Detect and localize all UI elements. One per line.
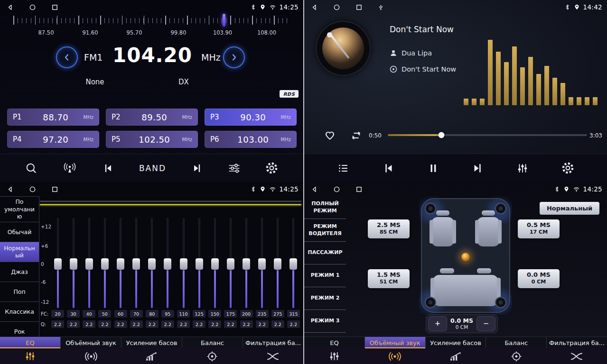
- slider-handle[interactable]: [54, 258, 62, 270]
- slider-handle[interactable]: [164, 258, 171, 270]
- tune-down-button[interactable]: [56, 46, 78, 68]
- audio-settings-button[interactable]: [228, 163, 241, 174]
- nav-back-icon[interactable]: [7, 4, 14, 11]
- tab-surround[interactable]: Объёмный звук: [61, 337, 121, 348]
- frequency-scale[interactable]: [13, 16, 290, 25]
- tab-balance[interactable]: Баланс: [182, 337, 243, 348]
- nav-home-icon[interactable]: [29, 4, 36, 11]
- tab-filter-button[interactable]: [546, 348, 607, 364]
- tab-bass-boost-button[interactable]: [425, 348, 486, 364]
- tab-filter[interactable]: Фильтрация ба...: [547, 337, 607, 348]
- nav-recents-icon[interactable]: [355, 4, 363, 11]
- mode-full[interactable]: ПОЛНЫЙ РЕЖИМ: [304, 196, 346, 219]
- preset-button-p4[interactable]: P4 97.20 MHz: [7, 131, 99, 148]
- slider-handle[interactable]: [258, 258, 266, 270]
- settings-button[interactable]: [561, 162, 574, 174]
- tab-eq[interactable]: EQ: [0, 337, 61, 348]
- tune-up-button[interactable]: [223, 46, 245, 68]
- eq-band-slider[interactable]: [255, 218, 269, 308]
- delay-rear-left[interactable]: 1.5 MS 51 CM: [368, 269, 410, 288]
- nav-home-icon[interactable]: [333, 186, 340, 193]
- preset-button-p5[interactable]: P5 102.50 MHz: [106, 131, 198, 148]
- delay-decrease-button[interactable]: −: [476, 316, 495, 331]
- dx-mode-label[interactable]: DX: [178, 78, 189, 86]
- eq-band-slider[interactable]: [271, 218, 284, 308]
- slider-handle[interactable]: [180, 258, 187, 270]
- slider-handle[interactable]: [70, 258, 77, 270]
- mode-driver[interactable]: РЕЖИМ ВОДИТЕЛЯ: [304, 219, 346, 242]
- equalizer-button[interactable]: [516, 162, 529, 174]
- tab-balance[interactable]: Баланс: [486, 337, 547, 348]
- progress-bar[interactable]: [388, 134, 587, 136]
- delay-front-right[interactable]: 0.5 MS 17 CM: [518, 219, 560, 238]
- eq-preset-jazz[interactable]: Джаз: [0, 262, 39, 282]
- preset-button-p1[interactable]: P1 88.70 MHz: [7, 109, 99, 126]
- preset-button-p2[interactable]: P2 89.50 MHz: [106, 109, 198, 126]
- slider-handle[interactable]: [101, 258, 109, 270]
- nav-back-icon[interactable]: [7, 186, 14, 193]
- nav-back-icon[interactable]: [311, 186, 318, 193]
- eq-band-slider[interactable]: [177, 218, 190, 308]
- slider-handle[interactable]: [196, 258, 203, 270]
- eq-preset-classic[interactable]: Классика: [0, 302, 39, 322]
- mode-1[interactable]: РЕЖИМ 1: [304, 264, 346, 287]
- progress-knob[interactable]: [439, 132, 445, 138]
- eq-band-slider[interactable]: [98, 218, 112, 308]
- nav-back-icon[interactable]: [311, 4, 318, 11]
- eq-band-slider[interactable]: [287, 218, 300, 308]
- delay-increase-button[interactable]: +: [428, 316, 447, 331]
- scan-button[interactable]: [62, 162, 77, 174]
- slider-handle[interactable]: [243, 258, 250, 270]
- slider-handle[interactable]: [85, 258, 93, 270]
- previous-station-button[interactable]: [103, 163, 114, 174]
- delay-rear-right[interactable]: 0.0 MS 0 CM: [518, 269, 560, 288]
- slider-handle[interactable]: [148, 258, 156, 270]
- eq-band-slider[interactable]: [240, 218, 253, 308]
- tuning-indicator[interactable]: [223, 14, 225, 27]
- tab-filter-button[interactable]: [243, 348, 303, 364]
- next-track-button[interactable]: [471, 162, 484, 174]
- settings-button[interactable]: [265, 162, 278, 174]
- eq-band-slider[interactable]: [83, 218, 96, 308]
- delay-front-left[interactable]: 2.5 MS 85 CM: [368, 219, 410, 238]
- nav-recents-icon[interactable]: [355, 186, 363, 193]
- tab-surround[interactable]: Объёмный звук: [365, 337, 426, 348]
- nav-recents-icon[interactable]: [51, 186, 58, 193]
- next-station-button[interactable]: [191, 163, 203, 174]
- eq-band-slider[interactable]: [130, 218, 143, 308]
- eq-band-slider[interactable]: [145, 218, 159, 308]
- rds-badge[interactable]: RDS: [280, 90, 299, 98]
- surround-preset-badge[interactable]: Нормальный: [540, 202, 599, 215]
- band-button[interactable]: BAND: [139, 164, 166, 173]
- tab-eq-button[interactable]: [304, 348, 365, 364]
- repeat-button[interactable]: [350, 130, 363, 141]
- eq-band-slider[interactable]: [51, 218, 65, 308]
- eq-preset-custom[interactable]: Обычай: [0, 222, 39, 242]
- nav-home-icon[interactable]: [333, 4, 340, 11]
- preset-button-p3[interactable]: P3 90.30 MHz: [205, 109, 297, 126]
- pause-button[interactable]: [428, 162, 439, 174]
- search-button[interactable]: [25, 162, 37, 174]
- tab-filter[interactable]: Фильтрация ба...: [243, 337, 303, 348]
- eq-band-slider[interactable]: [67, 218, 80, 308]
- tab-surround-button[interactable]: [365, 348, 426, 364]
- mode-passenger[interactable]: ПАССАЖИР: [304, 242, 346, 264]
- eq-band-slider[interactable]: [161, 218, 174, 308]
- eq-band-slider[interactable]: [208, 218, 222, 308]
- eq-band-slider[interactable]: [224, 218, 237, 308]
- eq-band-slider[interactable]: [114, 218, 127, 308]
- mode-3[interactable]: РЕЖИМ 3: [304, 310, 346, 333]
- slider-handle[interactable]: [289, 258, 297, 270]
- slider-handle[interactable]: [117, 258, 124, 270]
- favorite-button[interactable]: [323, 129, 336, 141]
- nav-home-icon[interactable]: [29, 186, 36, 193]
- eq-preset-default[interactable]: По умолчанию: [0, 197, 39, 222]
- tab-eq[interactable]: EQ: [304, 337, 365, 348]
- eq-preset-pop[interactable]: Поп: [0, 282, 39, 302]
- preset-button-p6[interactable]: P6 103.00 MHz: [205, 131, 297, 148]
- eq-band-slider[interactable]: [193, 218, 206, 308]
- slider-handle[interactable]: [227, 258, 234, 270]
- nav-recents-icon[interactable]: [51, 4, 58, 11]
- tab-eq-button[interactable]: [0, 348, 61, 364]
- slider-handle[interactable]: [132, 258, 140, 270]
